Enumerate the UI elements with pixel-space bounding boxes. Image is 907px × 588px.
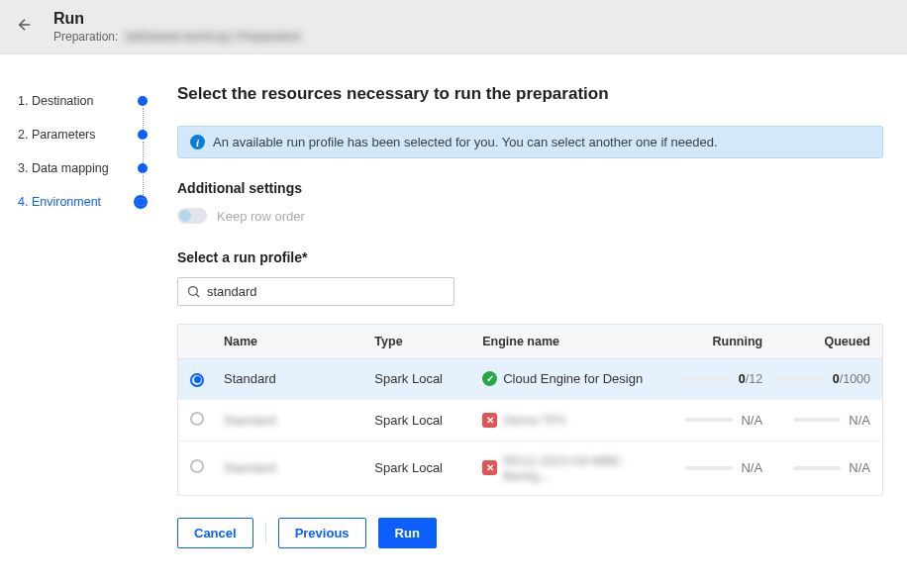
step-dot-icon — [138, 163, 148, 173]
step-dot-icon — [134, 195, 148, 209]
radio-icon[interactable] — [190, 412, 204, 426]
cancel-button[interactable]: Cancel — [177, 518, 253, 548]
running-bar — [685, 418, 733, 422]
radio-icon[interactable] — [190, 373, 204, 387]
previous-button[interactable]: Previous — [278, 518, 366, 548]
step-dot-icon — [138, 96, 148, 106]
info-text: An available run profile has been select… — [213, 135, 718, 149]
col-header-queued: Queued — [762, 335, 870, 348]
search-box[interactable] — [177, 277, 454, 306]
queued-bar — [793, 418, 841, 422]
divider — [265, 522, 266, 543]
table-row[interactable]: Standard Spark Local ✕ Demo-TP3 N/A N/A — [178, 400, 882, 441]
arrow-left-icon — [16, 16, 34, 34]
error-icon: ✕ — [482, 413, 497, 428]
svg-point-1 — [189, 287, 198, 296]
step-destination[interactable]: 1. Destination — [18, 84, 153, 118]
step-data-mapping[interactable]: 3. Data mapping — [18, 151, 153, 185]
running-bar — [683, 377, 731, 381]
preparation-label: Preparation: — [53, 30, 118, 44]
stepper-nav: 1. Destination 2. Parameters 3. Data map… — [0, 84, 153, 572]
queued-bar — [793, 466, 841, 470]
search-input[interactable] — [207, 284, 446, 299]
cell-type: Spark Local — [374, 413, 482, 428]
running-bar — [685, 466, 733, 470]
page-header: Run Preparation: talDataset-world.ug / P… — [0, 0, 907, 54]
col-header-name: Name — [224, 335, 374, 348]
page-title-header: Run — [53, 10, 304, 28]
step-environment[interactable]: 4. Environment — [18, 185, 153, 219]
additional-settings-label: Additional settings — [177, 180, 883, 196]
col-header-type: Type — [374, 335, 482, 348]
select-profile-label: Select a run profile* — [177, 249, 883, 265]
keep-row-order-label: Keep row order — [217, 209, 305, 224]
info-banner: i An available run profile has been sele… — [177, 126, 883, 158]
cell-name: Standard — [224, 460, 374, 475]
table-row[interactable]: Standard Spark Local ✕ RD12-2023-04-MBE-… — [178, 441, 882, 495]
cell-engine: RD12-2023-04-MBE-Backg... — [503, 453, 655, 483]
svg-line-2 — [196, 294, 199, 297]
profiles-table: Name Type Engine name Running Queued Sta… — [177, 324, 883, 496]
step-parameters[interactable]: 2. Parameters — [18, 118, 153, 151]
check-icon: ✓ — [482, 371, 497, 386]
table-row[interactable]: Standard Spark Local ✓ Cloud Engine for … — [178, 359, 882, 400]
run-button[interactable]: Run — [378, 518, 437, 548]
cell-type: Spark Local — [374, 460, 482, 475]
section-title: Select the resources necessary to run th… — [177, 84, 883, 104]
cell-engine: Cloud Engine for Design — [503, 371, 643, 386]
cell-type: Spark Local — [374, 371, 482, 386]
col-header-engine: Engine name — [482, 335, 655, 348]
step-dot-icon — [138, 130, 148, 140]
cell-name: Standard — [224, 371, 374, 386]
info-icon: i — [190, 135, 205, 149]
radio-icon[interactable] — [190, 459, 204, 473]
search-icon — [186, 284, 201, 299]
queued-bar — [777, 377, 825, 381]
error-icon: ✕ — [482, 460, 497, 475]
back-button[interactable] — [16, 16, 34, 37]
keep-row-order-toggle[interactable] — [177, 208, 207, 224]
cell-name: Standard — [224, 413, 374, 428]
preparation-value: talDataset-world.ug / Preparation — [122, 30, 303, 44]
cell-engine: Demo-TP3 — [503, 413, 565, 428]
col-header-running: Running — [655, 335, 762, 348]
